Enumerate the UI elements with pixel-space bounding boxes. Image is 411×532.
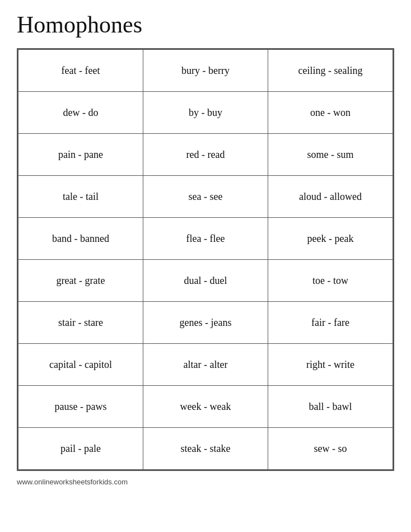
page-title: Homophones [17,11,394,38]
table-cell: bury - berry [143,50,268,92]
table-row: capital - capitolaltar - alterright - wr… [18,344,393,386]
table-cell: dual - duel [143,260,268,302]
table-cell: by - buy [143,92,268,134]
table-row: tale - tailsea - seealoud - allowed [18,176,393,218]
table-cell: genes - jeans [143,302,268,344]
table-cell: week - weak [143,386,268,428]
table-row: band - bannedflea - fleepeek - peak [18,218,393,260]
table-cell: dew - do [18,92,143,134]
table-cell: one - won [268,92,393,134]
table-cell: ceiling - sealing [268,50,393,92]
table-row: pail - palesteak - stakesew - so [18,428,393,470]
table-cell: pause - paws [18,386,143,428]
table-cell: fair - fare [268,302,393,344]
table-row: stair - staregenes - jeansfair - fare [18,302,393,344]
table-cell: band - banned [18,218,143,260]
table-cell: red - read [143,134,268,176]
table-cell: tale - tail [18,176,143,218]
table-cell: right - write [268,344,393,386]
table-cell: great - grate [18,260,143,302]
homophones-table: feat - feetbury - berryceiling - sealing… [17,48,394,471]
table-cell: toe - tow [268,260,393,302]
table-row: feat - feetbury - berryceiling - sealing [18,50,393,92]
table-row: dew - doby - buyone - won [18,92,393,134]
table-cell: sea - see [143,176,268,218]
table-cell: flea - flee [143,218,268,260]
table-cell: stair - stare [18,302,143,344]
table-cell: sew - so [268,428,393,470]
table-cell: ball - bawl [268,386,393,428]
table-cell: aloud - allowed [268,176,393,218]
table-cell: capital - capitol [18,344,143,386]
table-cell: pain - pane [18,134,143,176]
table-row: pain - panered - readsome - sum [18,134,393,176]
table-cell: feat - feet [18,50,143,92]
table-cell: peek - peak [268,218,393,260]
table-row: pause - pawsweek - weakball - bawl [18,386,393,428]
footer-url: www.onlineworksheetsforkids.com [17,478,394,486]
table-cell: altar - alter [143,344,268,386]
table-cell: steak - stake [143,428,268,470]
table-cell: pail - pale [18,428,143,470]
page: Homophones feat - feetbury - berryceilin… [17,11,394,486]
table-cell: some - sum [268,134,393,176]
table-row: great - gratedual - dueltoe - tow [18,260,393,302]
